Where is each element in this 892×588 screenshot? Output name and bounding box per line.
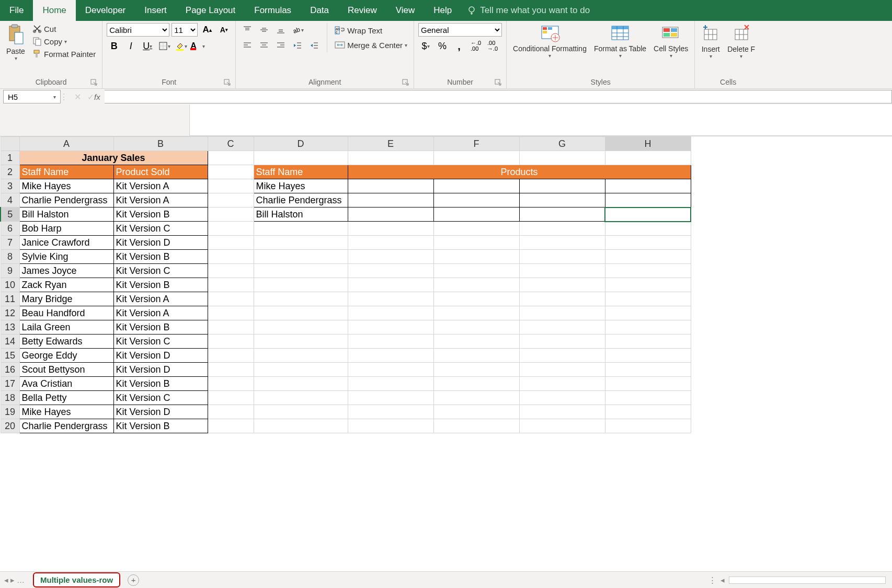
- cell-F19[interactable]: [433, 405, 519, 419]
- cell-B2[interactable]: Product Sold: [113, 165, 208, 179]
- cell-E16[interactable]: [348, 363, 433, 377]
- accounting-format-icon[interactable]: $▾: [418, 40, 433, 52]
- cell-A10[interactable]: Zack Ryan: [19, 278, 113, 292]
- cell-E10[interactable]: [348, 278, 433, 292]
- align-left-icon[interactable]: [240, 39, 255, 52]
- number-format-select[interactable]: General: [418, 23, 502, 37]
- enter-formula-icon[interactable]: ✓: [87, 92, 94, 102]
- cell-H20[interactable]: [605, 419, 691, 433]
- cell-E7[interactable]: [348, 236, 433, 250]
- cell-H19[interactable]: [605, 405, 691, 419]
- cell-H3[interactable]: [605, 179, 691, 193]
- cell-C13[interactable]: [208, 320, 254, 335]
- cell-G14[interactable]: [519, 335, 605, 349]
- row-header-3[interactable]: 3: [1, 179, 19, 193]
- dialog-launcher-icon[interactable]: [495, 79, 502, 86]
- row-header-5[interactable]: 5: [1, 207, 19, 222]
- cell-A13[interactable]: Laila Green: [19, 320, 113, 335]
- cell-C5[interactable]: [208, 207, 254, 222]
- cell-F15[interactable]: [433, 349, 519, 363]
- cell-F13[interactable]: [433, 320, 519, 335]
- cell-C6[interactable]: [208, 222, 254, 236]
- cell-B12[interactable]: Kit Version A: [113, 306, 208, 320]
- col-header-G[interactable]: G: [519, 137, 605, 151]
- cell-C15[interactable]: [208, 349, 254, 363]
- cell-E12[interactable]: [348, 306, 433, 320]
- cell-A15[interactable]: George Eddy: [19, 349, 113, 363]
- cancel-formula-icon[interactable]: ✕: [74, 92, 81, 102]
- tab-formulas[interactable]: Formulas: [245, 0, 301, 21]
- cell-F5[interactable]: [433, 207, 519, 222]
- cell-G7[interactable]: [519, 236, 605, 250]
- cell-C7[interactable]: [208, 236, 254, 250]
- format-painter-button[interactable]: Format Painter: [30, 48, 98, 60]
- underline-button[interactable]: U▾: [140, 40, 155, 52]
- cell-A8[interactable]: Sylvie King: [19, 250, 113, 264]
- conditional-formatting-button[interactable]: Conditional Formatting▾: [511, 23, 589, 60]
- increase-decimal-icon[interactable]: ←.0.00: [468, 40, 483, 52]
- cell-E4[interactable]: [348, 193, 433, 207]
- row-header-9[interactable]: 9: [1, 264, 19, 278]
- cell-E14[interactable]: [348, 335, 433, 349]
- cell-B6[interactable]: Kit Version C: [113, 222, 208, 236]
- cell-G13[interactable]: [519, 320, 605, 335]
- cell-C8[interactable]: [208, 250, 254, 264]
- cell-G20[interactable]: [519, 419, 605, 433]
- cell-B16[interactable]: Kit Version D: [113, 363, 208, 377]
- tab-file[interactable]: File: [0, 0, 33, 21]
- row-header-15[interactable]: 15: [1, 349, 19, 363]
- cell-A11[interactable]: Mary Bridge: [19, 292, 113, 306]
- align-right-icon[interactable]: [273, 39, 288, 52]
- cell-B17[interactable]: Kit Version B: [113, 377, 208, 391]
- cut-button[interactable]: Cut: [30, 23, 98, 34]
- cell-E20[interactable]: [348, 419, 433, 433]
- cell-H1[interactable]: [605, 151, 691, 165]
- cell-F10[interactable]: [433, 278, 519, 292]
- cell-B13[interactable]: Kit Version B: [113, 320, 208, 335]
- cell-C11[interactable]: [208, 292, 254, 306]
- cell-B3[interactable]: Kit Version A: [113, 179, 208, 193]
- cell-G17[interactable]: [519, 377, 605, 391]
- cell-A16[interactable]: Scout Bettyson: [19, 363, 113, 377]
- cell-D8[interactable]: [254, 250, 348, 264]
- cell-F18[interactable]: [433, 391, 519, 405]
- cell-E1[interactable]: [348, 151, 433, 165]
- cell-styles-button[interactable]: Cell Styles▾: [651, 23, 690, 60]
- cell-D15[interactable]: [254, 349, 348, 363]
- font-color-button[interactable]: A▾: [190, 40, 205, 52]
- cell-F20[interactable]: [433, 419, 519, 433]
- tab-home[interactable]: Home: [33, 0, 75, 21]
- cell-F6[interactable]: [433, 222, 519, 236]
- row-header-4[interactable]: 4: [1, 193, 19, 207]
- cell-F8[interactable]: [433, 250, 519, 264]
- cell-H14[interactable]: [605, 335, 691, 349]
- decrease-decimal-icon[interactable]: .00→.0: [485, 40, 500, 52]
- cell-D1[interactable]: [254, 151, 348, 165]
- cell-H16[interactable]: [605, 363, 691, 377]
- cell-H5[interactable]: [605, 207, 691, 222]
- cell-A5[interactable]: Bill Halston: [19, 207, 113, 222]
- decrease-indent-icon[interactable]: [290, 39, 305, 52]
- percent-format-icon[interactable]: %: [435, 40, 450, 52]
- row-header-19[interactable]: 19: [1, 405, 19, 419]
- cell-E9[interactable]: [348, 264, 433, 278]
- row-header-14[interactable]: 14: [1, 335, 19, 349]
- cell-D19[interactable]: [254, 405, 348, 419]
- cell-E11[interactable]: [348, 292, 433, 306]
- row-header-11[interactable]: 11: [1, 292, 19, 306]
- formula-input[interactable]: [105, 90, 892, 103]
- col-header-B[interactable]: B: [113, 137, 208, 151]
- cell-B11[interactable]: Kit Version A: [113, 292, 208, 306]
- cell-H18[interactable]: [605, 391, 691, 405]
- cell-G19[interactable]: [519, 405, 605, 419]
- increase-font-icon[interactable]: A▴: [200, 24, 214, 36]
- row-header-7[interactable]: 7: [1, 236, 19, 250]
- cell-D11[interactable]: [254, 292, 348, 306]
- cell-C12[interactable]: [208, 306, 254, 320]
- cell-E3[interactable]: [348, 179, 433, 193]
- name-box[interactable]: H5▾: [3, 90, 61, 103]
- cell-C14[interactable]: [208, 335, 254, 349]
- row-header-2[interactable]: 2: [1, 165, 19, 179]
- col-header-E[interactable]: E: [348, 137, 433, 151]
- dialog-launcher-icon[interactable]: [402, 79, 409, 86]
